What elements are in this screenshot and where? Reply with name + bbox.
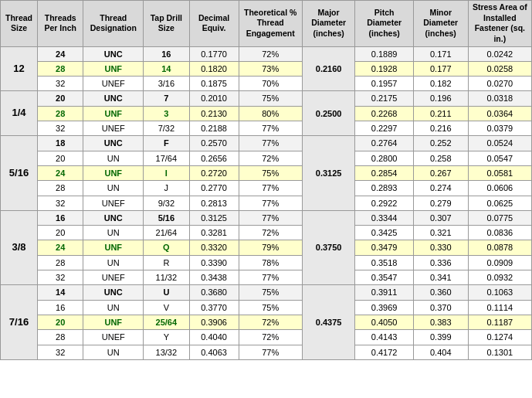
minor-diameter-cell: 0.211 [413, 106, 468, 121]
table-row: 28UNEFY0.404072%0.41430.3990.1274 [1, 330, 532, 345]
stress-area-cell: 0.0625 [468, 196, 531, 210]
minor-diameter-cell: 0.279 [413, 196, 468, 210]
pitch-diameter-cell: 0.3911 [355, 285, 413, 300]
table-row: 1/420UNC70.201075%0.25000.21750.1960.031… [1, 91, 532, 106]
minor-diameter-cell: 0.383 [413, 315, 468, 329]
tpi-cell: 32 [38, 345, 83, 359]
stress-area-cell: 0.0242 [468, 46, 531, 61]
pct-cell: 72% [239, 46, 302, 61]
drill-size-cell: V [144, 300, 189, 315]
designation-cell: UNC [83, 285, 144, 300]
minor-diameter-cell: 0.370 [413, 300, 468, 315]
drill-size-cell: 7 [144, 91, 189, 106]
tpi-cell: 20 [38, 226, 83, 240]
tpi-cell: 32 [38, 77, 83, 91]
minor-diameter-cell: 0.399 [413, 330, 468, 345]
tpi-cell: 14 [38, 285, 83, 300]
designation-cell: UN [83, 345, 144, 359]
stress-area-cell: 0.0318 [468, 91, 531, 106]
stress-area-cell: 0.0606 [468, 181, 531, 196]
pitch-diameter-cell: 0.3479 [355, 240, 413, 255]
drill-size-cell: F [144, 136, 189, 151]
drill-size-cell: 25/64 [144, 315, 189, 329]
stress-area-cell: 0.1114 [468, 300, 531, 315]
thread-data-table: ThreadSize Threads Per Inch Thread Desig… [0, 0, 532, 360]
pct-cell: 77% [239, 196, 302, 210]
drill-size-cell: 13/32 [144, 345, 189, 359]
header-thread-size: ThreadSize [1, 1, 38, 47]
drill-size-cell: 11/32 [144, 270, 189, 285]
stress-area-cell: 0.0836 [468, 226, 531, 240]
pct-cell: 75% [239, 300, 302, 315]
stress-area-cell: 0.0775 [468, 210, 531, 225]
tpi-cell: 28 [38, 61, 83, 76]
pitch-diameter-cell: 0.3518 [355, 255, 413, 270]
minor-diameter-cell: 0.341 [413, 270, 468, 285]
table-row: 28UNJ0.277077%0.28930.2740.0606 [1, 181, 532, 196]
major-diameter-cell: 0.2500 [302, 91, 355, 136]
decimal-cell: 0.4063 [189, 345, 239, 359]
tpi-cell: 24 [38, 240, 83, 255]
pct-cell: 79% [239, 240, 302, 255]
decimal-cell: 0.2010 [189, 91, 239, 106]
tpi-cell: 16 [38, 210, 83, 225]
pitch-diameter-cell: 0.2268 [355, 106, 413, 121]
drill-size-cell: Q [144, 240, 189, 255]
minor-diameter-cell: 0.307 [413, 210, 468, 225]
decimal-cell: 0.2130 [189, 106, 239, 121]
drill-size-cell: 3/16 [144, 77, 189, 91]
table-row: 24UNFI0.272075%0.28540.2670.0581 [1, 165, 532, 180]
designation-cell: UNF [83, 240, 144, 255]
tpi-cell: 28 [38, 106, 83, 121]
pct-cell: 72% [239, 315, 302, 329]
minor-diameter-cell: 0.216 [413, 121, 468, 136]
pct-cell: 77% [239, 121, 302, 136]
table-row: 7/1614UNCU0.368075%0.43750.39110.3600.10… [1, 285, 532, 300]
tpi-cell: 28 [38, 330, 83, 345]
pitch-diameter-cell: 0.4050 [355, 315, 413, 329]
header-tpi: Threads Per Inch [38, 1, 83, 47]
drill-size-cell: 21/64 [144, 226, 189, 240]
tpi-cell: 20 [38, 315, 83, 329]
minor-diameter-cell: 0.330 [413, 240, 468, 255]
pitch-diameter-cell: 0.2175 [355, 91, 413, 106]
tpi-cell: 16 [38, 300, 83, 315]
table-row: 28UNF30.213080%0.22680.2110.0364 [1, 106, 532, 121]
pct-cell: 80% [239, 106, 302, 121]
stress-area-cell: 0.0258 [468, 61, 531, 76]
pitch-diameter-cell: 0.2297 [355, 121, 413, 136]
pitch-diameter-cell: 0.2854 [355, 165, 413, 180]
designation-cell: UNEF [83, 77, 144, 91]
drill-size-cell: Y [144, 330, 189, 345]
table-row: 20UN21/640.328172%0.34250.3210.0836 [1, 226, 532, 240]
thread-size-label: 1/4 [1, 91, 38, 136]
pct-cell: 78% [239, 255, 302, 270]
drill-size-cell: 3 [144, 106, 189, 121]
designation-cell: UNC [83, 91, 144, 106]
pitch-diameter-cell: 0.3344 [355, 210, 413, 225]
table-row: 20UN17/640.265672%0.28000.2580.0547 [1, 151, 532, 165]
pitch-diameter-cell: 0.2893 [355, 181, 413, 196]
pct-cell: 77% [239, 136, 302, 151]
drill-size-cell: 5/16 [144, 210, 189, 225]
decimal-cell: 0.3680 [189, 285, 239, 300]
pct-cell: 77% [239, 270, 302, 285]
header-tap-drill: Tap Drill Size [144, 1, 189, 47]
stress-area-cell: 0.1187 [468, 315, 531, 329]
tpi-cell: 20 [38, 151, 83, 165]
pct-cell: 75% [239, 285, 302, 300]
decimal-cell: 0.3438 [189, 270, 239, 285]
tpi-cell: 32 [38, 121, 83, 136]
minor-diameter-cell: 0.252 [413, 136, 468, 151]
pct-cell: 72% [239, 151, 302, 165]
pct-cell: 72% [239, 226, 302, 240]
decimal-cell: 0.2813 [189, 196, 239, 210]
decimal-cell: 0.1875 [189, 77, 239, 91]
decimal-cell: 0.3281 [189, 226, 239, 240]
pitch-diameter-cell: 0.3969 [355, 300, 413, 315]
pitch-diameter-cell: 0.2922 [355, 196, 413, 210]
pitch-diameter-cell: 0.3547 [355, 270, 413, 285]
decimal-cell: 0.3125 [189, 210, 239, 225]
drill-size-cell: 16 [144, 46, 189, 61]
designation-cell: UNEF [83, 121, 144, 136]
